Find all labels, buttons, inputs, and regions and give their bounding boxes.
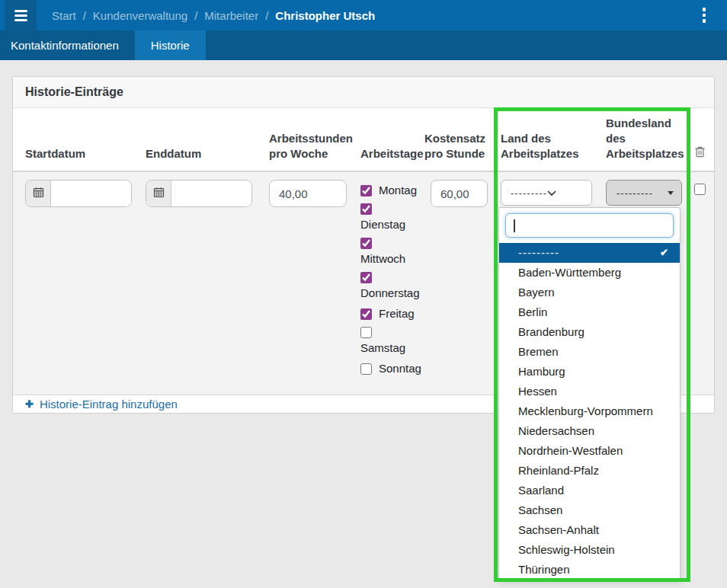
dropdown-option[interactable]: Nordrhein-Westfalen — [499, 441, 680, 461]
enddatum-cell — [146, 172, 269, 395]
sonntag-checkbox[interactable] — [360, 363, 372, 375]
add-historie-entry-link[interactable]: ✚ Historie-Eintrag hinzufügen — [25, 398, 178, 411]
text-cursor — [514, 219, 515, 232]
dropdown-option[interactable]: Bremen — [499, 342, 680, 362]
startdatum-input[interactable] — [51, 181, 131, 206]
weekday-label: Samstag — [360, 341, 405, 354]
bundesland-dropdown-toggle[interactable]: --------- — [606, 180, 682, 206]
dropdown-option[interactable]: Baden-Württemberg — [499, 263, 680, 283]
top-bar: Start / Kundenverwaltung / Mitarbeiter /… — [0, 0, 727, 30]
dropdown-option[interactable]: Berlin — [499, 302, 680, 322]
breadcrumb: Start / Kundenverwaltung / Mitarbeiter /… — [52, 9, 375, 22]
header-arbeitsstunden: Arbeitsstunden pro Woche — [269, 123, 360, 171]
header-arbeitstage: Arbeitstage — [360, 139, 424, 171]
tab-historie[interactable]: Historie — [135, 30, 206, 60]
chevron-down-icon — [547, 187, 556, 199]
weekday-item: Donnerstag — [360, 272, 424, 301]
dropdown-option[interactable]: Sachsen — [499, 500, 680, 520]
dienstag-checkbox[interactable] — [360, 203, 372, 215]
weekday-item: Mittwoch — [360, 238, 424, 267]
arbeitsstunden-cell — [269, 172, 360, 395]
dropdown-option-selected[interactable]: --------- ✔ — [499, 243, 680, 263]
dropdown-search — [505, 213, 674, 238]
kebab-menu-icon[interactable] — [703, 8, 706, 23]
land-select-value: --------- — [511, 187, 547, 199]
bundesland-toggle-value: --------- — [617, 187, 653, 199]
kostensatz-cell — [424, 172, 501, 395]
breadcrumb-current-page: Christopher Utsch — [275, 9, 375, 22]
arbeitstage-cell: Montag Dienstag Mittwoch Donnerstag Frei… — [360, 172, 424, 395]
header-bundesland: Bundesland des Arbeitsplatzes — [606, 108, 694, 171]
trash-icon — [694, 147, 706, 160]
startdatum-calendar-button[interactable] — [26, 181, 51, 206]
enddatum-input[interactable] — [171, 181, 251, 206]
breadcrumb-link-mitarbeiter[interactable]: Mitarbeiter — [204, 9, 258, 22]
freitag-checkbox[interactable] — [360, 308, 372, 320]
weekday-label: Freitag — [379, 306, 415, 321]
mittwoch-checkbox[interactable] — [360, 238, 372, 249]
panel-title: Historie-Einträge — [13, 77, 714, 108]
header-delete-column — [694, 138, 714, 171]
arbeitsstunden-input[interactable] — [269, 180, 347, 207]
donnerstag-checkbox[interactable] — [360, 272, 372, 283]
dropdown-search-input[interactable] — [505, 213, 674, 238]
weekday-label: Donnerstag — [360, 286, 420, 299]
weekday-label: Sonntag — [379, 361, 421, 376]
breadcrumb-link-kundenverwaltung[interactable]: Kundenverwaltung — [93, 9, 187, 22]
dropdown-option[interactable]: Brandenburg — [499, 322, 680, 342]
dropdown-option[interactable]: Niedersachsen — [499, 421, 680, 441]
weekday-item: Samstag — [360, 327, 424, 356]
dropdown-option[interactable]: Hessen — [499, 382, 680, 401]
caret-down-icon — [668, 191, 674, 195]
samstag-checkbox[interactable] — [360, 327, 372, 338]
dropdown-option[interactable]: Hamburg — [499, 362, 680, 382]
check-icon: ✔ — [660, 243, 669, 263]
bundesland-dropdown-menu: --------- ✔ Baden-Württemberg Bayern Ber… — [498, 207, 681, 580]
dropdown-option-label: --------- — [518, 243, 559, 263]
weekday-label: Montag — [379, 183, 417, 198]
dropdown-option[interactable]: Rheinland-Pfalz — [499, 461, 680, 481]
calendar-icon — [33, 187, 44, 201]
tab-kontaktinformationen[interactable]: Kontaktinformationen — [0, 30, 135, 60]
add-historie-entry-label: Historie-Eintrag hinzufügen — [40, 398, 178, 411]
calendar-icon — [153, 187, 165, 201]
table-header-row: Startdatum Enddatum Arbeitsstunden pro W… — [13, 108, 714, 172]
enddatum-input-group — [146, 180, 252, 207]
breadcrumb-separator: / — [194, 9, 197, 22]
dropdown-option[interactable]: Mecklenburg-Vorpommern — [499, 401, 680, 421]
breadcrumb-separator: / — [83, 9, 86, 22]
breadcrumb-link-start[interactable]: Start — [52, 9, 76, 22]
land-select[interactable]: --------- — [501, 180, 592, 206]
dropdown-option[interactable]: Sachsen-Anhalt — [499, 520, 680, 540]
breadcrumb-separator: / — [265, 9, 268, 22]
delete-row-checkbox[interactable] — [694, 184, 706, 195]
plus-icon: ✚ — [25, 398, 34, 410]
startdatum-input-group — [25, 180, 132, 207]
weekday-checkbox-list: Montag Dienstag Mittwoch Donnerstag Frei… — [360, 183, 424, 376]
dropdown-option[interactable]: Saarland — [499, 481, 680, 500]
delete-cell — [694, 172, 714, 395]
weekday-item: Freitag — [360, 306, 424, 321]
weekday-label: Dienstag — [360, 218, 405, 231]
startdatum-cell — [25, 172, 146, 395]
header-land: Land des Arbeitsplatzes — [501, 123, 606, 171]
kostensatz-input[interactable] — [431, 180, 488, 207]
dropdown-option[interactable]: Thüringen — [499, 560, 680, 580]
enddatum-calendar-button[interactable] — [146, 181, 171, 206]
weekday-item: Sonntag — [360, 361, 424, 376]
weekday-item: Dienstag — [360, 203, 424, 232]
header-kostensatz: Kostensatz pro Stunde — [424, 123, 501, 171]
header-enddatum: Enddatum — [146, 139, 269, 171]
weekday-label: Mittwoch — [360, 252, 405, 265]
header-startdatum: Startdatum — [25, 139, 146, 171]
dropdown-option[interactable]: Schleswig-Holstein — [499, 540, 680, 560]
hamburger-menu-button[interactable] — [5, 0, 37, 30]
weekday-item: Montag — [360, 183, 424, 198]
hamburger-icon — [14, 10, 27, 12]
dropdown-option[interactable]: Bayern — [499, 283, 680, 302]
montag-checkbox[interactable] — [360, 185, 372, 197]
tab-bar: Kontaktinformationen Historie — [0, 30, 727, 60]
